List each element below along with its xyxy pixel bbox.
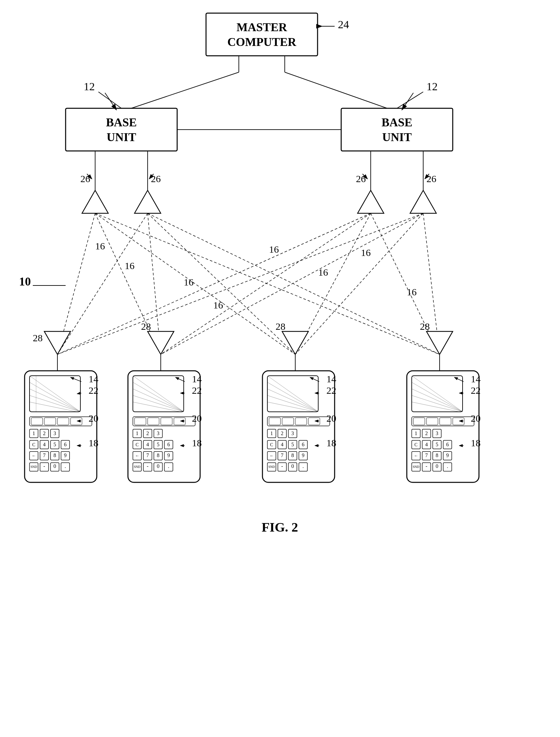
ref-16-d: 16 — [213, 300, 223, 310]
ref-22-2: 22 — [192, 385, 202, 396]
key-dot-d1: . — [65, 463, 66, 469]
svg-text:C: C — [135, 442, 138, 447]
ref-16-g: 16 — [361, 247, 371, 258]
ref-16-f: 16 — [318, 267, 328, 278]
ref-18-3: 18 — [326, 437, 336, 448]
ref-18-4: 18 — [471, 437, 481, 448]
ref-22-1: 22 — [89, 385, 98, 396]
svg-line-31 — [95, 213, 440, 354]
svg-rect-12 — [341, 108, 453, 151]
svg-line-4 — [131, 72, 239, 108]
ref-20-2: 20 — [192, 413, 202, 424]
svg-rect-141 — [295, 418, 307, 425]
base-unit-left-label-line2: UNIT — [107, 131, 136, 144]
ref-22-4: 22 — [471, 385, 481, 396]
ref-18-2: 18 — [192, 437, 202, 448]
svg-rect-96 — [174, 418, 185, 425]
svg-rect-187 — [440, 418, 451, 425]
key-5-d1: 5 — [53, 442, 56, 447]
svg-text:4: 4 — [425, 442, 428, 447]
key-back-d1: ← — [32, 453, 36, 458]
ref-26-ll: 26 — [80, 173, 90, 184]
key-4-d1: 4 — [43, 442, 46, 447]
key-8-d1: 8 — [53, 453, 56, 458]
svg-rect-93 — [135, 418, 146, 425]
svg-text:8: 8 — [157, 453, 159, 458]
svg-text:5: 5 — [157, 442, 159, 447]
svg-text:7: 7 — [425, 453, 428, 458]
ref-14-1: 14 — [89, 373, 98, 384]
svg-marker-26 — [358, 190, 384, 213]
key-2-d1: 2 — [43, 431, 46, 436]
ref-20-4: 20 — [471, 413, 481, 424]
key-9-d1: 9 — [64, 453, 67, 458]
svg-text:6: 6 — [167, 442, 170, 447]
svg-text:7: 7 — [146, 453, 149, 458]
svg-rect-95 — [161, 418, 172, 425]
svg-text:0: 0 — [291, 463, 294, 469]
base-unit-right-ref: 12 — [426, 80, 438, 93]
base-unit-right-label-line1: BASE — [382, 116, 412, 129]
svg-text:0: 0 — [436, 463, 438, 469]
ref-22-3: 22 — [326, 385, 336, 396]
ref-14-4: 14 — [471, 373, 481, 384]
svg-text:SND: SND — [413, 465, 419, 469]
svg-line-30 — [95, 213, 295, 354]
ref-16-c: 16 — [184, 277, 194, 287]
svg-text:5: 5 — [291, 442, 294, 447]
svg-rect-0 — [206, 13, 318, 56]
svg-text:.: . — [447, 463, 448, 469]
key-c-d1: C — [32, 442, 35, 447]
svg-text:6: 6 — [446, 442, 449, 447]
ref-28-2: 28 — [141, 321, 151, 332]
svg-text:2: 2 — [425, 431, 428, 436]
svg-text:7: 7 — [281, 453, 283, 458]
svg-rect-140 — [282, 418, 294, 425]
svg-line-36 — [57, 213, 371, 354]
diagram-container: MASTER COMPUTER 24 BASE UNIT 12 — [0, 0, 560, 737]
ref-16-b: 16 — [125, 260, 135, 271]
svg-rect-188 — [453, 418, 464, 425]
svg-rect-62 — [31, 418, 43, 425]
svg-text:SND: SND — [134, 465, 140, 469]
svg-rect-185 — [413, 418, 425, 425]
svg-text:C: C — [414, 442, 417, 447]
svg-line-14 — [402, 93, 413, 110]
key-1-d1: 1 — [32, 431, 35, 436]
svg-text:3: 3 — [291, 431, 294, 436]
diagram-number: 10 — [19, 275, 31, 288]
svg-rect-142 — [308, 418, 320, 425]
ref-28-4: 28 — [420, 321, 430, 332]
svg-marker-24 — [82, 190, 108, 213]
svg-text:-: - — [147, 463, 148, 469]
svg-text:9: 9 — [446, 453, 449, 458]
svg-marker-25 — [135, 190, 161, 213]
svg-rect-139 — [269, 418, 280, 425]
svg-text:3: 3 — [157, 431, 159, 436]
svg-text:4: 4 — [281, 442, 283, 447]
base-unit-left-ref: 12 — [84, 80, 95, 93]
svg-text:0: 0 — [157, 463, 159, 469]
svg-rect-65 — [71, 418, 82, 425]
ref-16-e: 16 — [269, 244, 279, 255]
svg-text:8: 8 — [436, 453, 438, 458]
svg-text:9: 9 — [302, 453, 304, 458]
master-computer-label-line2: COMPUTER — [227, 35, 297, 49]
svg-text:-: - — [425, 463, 427, 469]
ref-14-3: 14 — [326, 373, 336, 384]
ref-20-1: 20 — [89, 413, 98, 424]
svg-line-40 — [57, 213, 423, 354]
svg-text:8: 8 — [291, 453, 294, 458]
svg-text:.: . — [168, 463, 169, 469]
base-unit-right-label-line2: UNIT — [382, 131, 412, 144]
ref-16-h: 16 — [407, 286, 417, 297]
svg-line-11 — [105, 93, 116, 110]
svg-text:.: . — [302, 463, 304, 469]
svg-rect-63 — [44, 418, 56, 425]
svg-line-32 — [57, 213, 148, 354]
svg-text:2: 2 — [146, 431, 149, 436]
svg-rect-64 — [57, 418, 69, 425]
svg-text:9: 9 — [167, 453, 170, 458]
ref-28-3: 28 — [276, 321, 285, 332]
ref-28-1: 28 — [33, 332, 43, 343]
